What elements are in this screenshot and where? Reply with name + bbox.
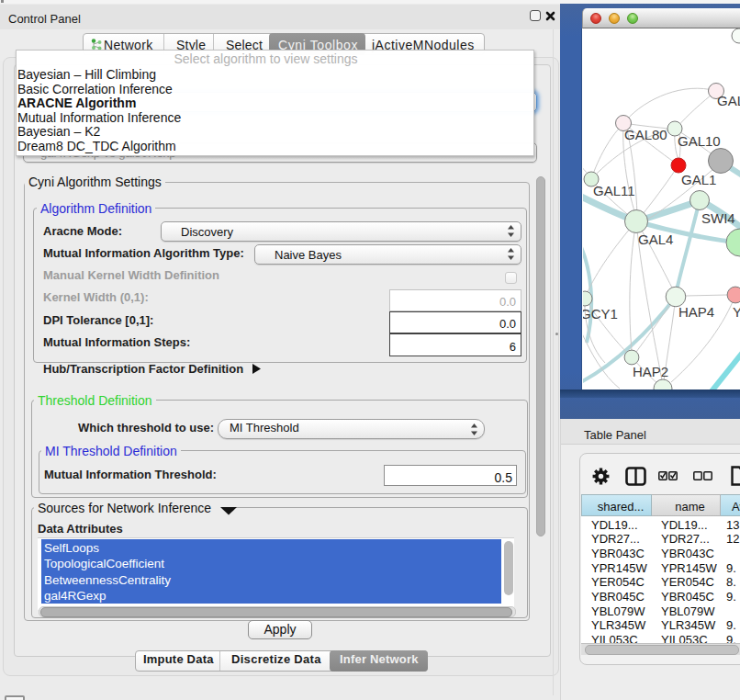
- svg-text:HAP4: HAP4: [678, 304, 714, 320]
- svg-text:YJ: YJ: [733, 304, 740, 320]
- svg-text:GAL2: GAL2: [717, 93, 740, 108]
- svg-text:SWI4: SWI4: [701, 210, 735, 226]
- svg-text:GAL1: GAL1: [681, 172, 716, 187]
- svg-text:HAP2: HAP2: [633, 364, 668, 379]
- svg-text:GAL11: GAL11: [593, 183, 635, 198]
- svg-text:GCY1: GCY1: [583, 306, 618, 322]
- svg-text:GAL10: GAL10: [678, 133, 721, 149]
- svg-text:GAL80: GAL80: [624, 127, 667, 142]
- svg-text:GAL4: GAL4: [638, 231, 673, 247]
